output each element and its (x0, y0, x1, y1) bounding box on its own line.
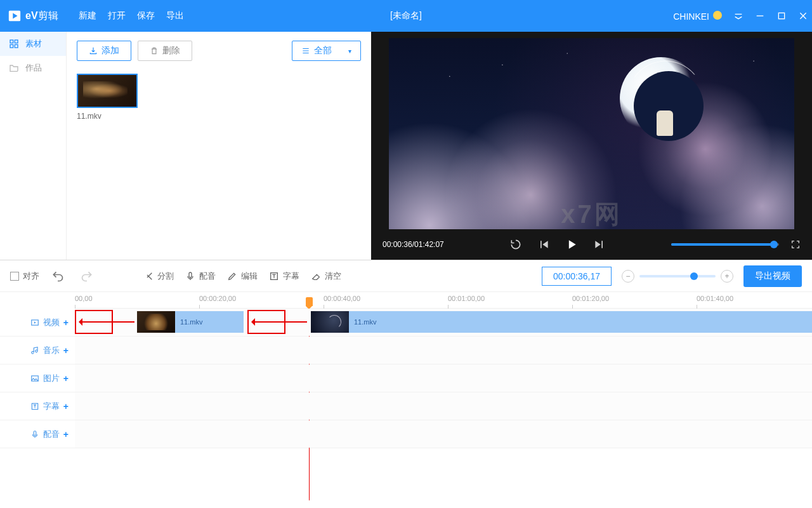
video-track-area[interactable]: 11.mkv 11.mkv 不留空白，前移。 前移实现无缝衔接 (75, 309, 812, 336)
timecode-input[interactable] (542, 267, 612, 286)
timeline-toolbar-right: − + 导出视频 (542, 265, 802, 287)
menu-open[interactable]: 打开 (108, 10, 126, 22)
annotation-arrow (80, 321, 134, 323)
grid-icon (9, 39, 19, 49)
align-label: 对齐 (23, 271, 39, 282)
sidebar-media-label: 素材 (25, 38, 42, 50)
media-thumbnail (77, 74, 138, 108)
preview-frame: x7网 (389, 38, 794, 229)
mic-icon (185, 271, 195, 281)
undo-icon (51, 270, 64, 283)
clip-thumbnail (137, 311, 175, 333)
watermark: x7网 (561, 197, 622, 229)
image-track: 图片+ (0, 364, 812, 392)
video-clip[interactable]: 11.mkv (137, 311, 244, 333)
add-button[interactable]: 添加 (77, 41, 131, 61)
subtitle-track: 字幕+ (0, 392, 812, 420)
svg-rect-4 (15, 44, 18, 48)
image-track-area[interactable] (75, 364, 812, 392)
edit-tool[interactable]: 编辑 (227, 271, 258, 282)
redo-button[interactable] (76, 265, 98, 287)
image-icon (30, 374, 39, 383)
split-tool[interactable]: 分割 (143, 271, 174, 282)
title-right: CHINKEI (673, 11, 808, 22)
user-name[interactable]: CHINKEI (673, 11, 722, 22)
music-track-head[interactable]: 音乐+ (0, 337, 75, 364)
chevron-down-icon: ▾ (348, 48, 351, 55)
volume-slider[interactable] (671, 243, 779, 246)
menu-save[interactable]: 保存 (137, 10, 155, 22)
svg-rect-2 (15, 40, 18, 43)
image-track-head[interactable]: 图片+ (0, 364, 75, 392)
menu-export[interactable]: 导出 (166, 10, 184, 22)
playhead-handle[interactable] (306, 297, 313, 306)
eraser-icon (311, 271, 321, 281)
video-icon (30, 318, 39, 327)
dub-track-head[interactable]: 配音+ (0, 420, 75, 448)
plus-icon[interactable]: + (63, 401, 69, 411)
ruler-mark: 00:01:00,00 (448, 295, 485, 302)
slider-thumb[interactable] (690, 272, 698, 280)
dropdown-icon[interactable] (733, 11, 743, 21)
close-icon[interactable] (798, 11, 808, 21)
media-grid: 11.mkv (77, 74, 361, 121)
plus-icon[interactable]: + (63, 429, 69, 439)
maximize-icon[interactable] (776, 11, 787, 21)
plus-icon[interactable]: + (63, 318, 69, 328)
clip-label: 11.mkv (180, 318, 202, 326)
checkbox-icon (10, 272, 19, 281)
slider-thumb[interactable] (770, 241, 778, 248)
dub-tool[interactable]: 配音 (185, 271, 216, 282)
zoom-control: − + (622, 270, 733, 283)
delete-button[interactable]: 删除 (138, 41, 192, 61)
document-title: [未命名] (390, 10, 422, 22)
prev-icon[interactable] (537, 238, 550, 251)
clip-label: 11.mkv (354, 318, 376, 326)
add-label: 添加 (102, 45, 119, 57)
redo-icon (81, 270, 93, 283)
subtitle-track-area[interactable] (75, 392, 812, 420)
preview-time: 00:00:36/01:42:07 (383, 240, 444, 249)
play-controls (444, 238, 671, 251)
zoom-slider[interactable] (639, 275, 716, 277)
timeline-toolbar: 对齐 分割 配音 编辑 字幕 清空 − + 导出视频 (0, 260, 812, 292)
zoom-out-button[interactable]: − (622, 270, 634, 283)
plus-icon[interactable]: + (63, 373, 69, 384)
clear-tool[interactable]: 清空 (311, 271, 341, 282)
svg-rect-0 (778, 13, 784, 18)
plus-icon[interactable]: + (63, 345, 69, 356)
preview-panel: x7网 00:00:36/01:42:07 (371, 32, 812, 260)
zoom-in-button[interactable]: + (721, 270, 733, 283)
ruler-mark: 00:01:40,00 (697, 295, 733, 302)
tracks: 视频+ 11.mkv 11.mkv 不留空白，前移。 前移实现无缝衔接 音乐+ … (0, 309, 812, 448)
menu-new[interactable]: 新建 (79, 10, 96, 22)
minimize-icon[interactable] (755, 11, 765, 21)
rewind-icon[interactable] (509, 238, 522, 251)
video-clip[interactable]: 11.mkv (311, 311, 812, 333)
music-icon (30, 346, 39, 355)
dub-track-area[interactable] (75, 420, 812, 448)
video-track: 视频+ 11.mkv 11.mkv 不留空白，前移。 前移实现无缝衔接 (0, 309, 812, 337)
pencil-icon (227, 271, 237, 281)
media-item[interactable]: 11.mkv (77, 74, 138, 121)
text-icon (269, 271, 279, 281)
sidebar-works-label: 作品 (25, 62, 42, 74)
time-ruler[interactable]: 00,00 00:00:20,00 00:00:40,00 00:01:00,0… (75, 292, 812, 309)
sidebar-item-media[interactable]: 素材 (0, 32, 66, 56)
media-toolbar: 添加 删除 全部 ▾ (77, 41, 361, 61)
play-logo-icon (8, 9, 22, 23)
sidebar-item-works[interactable]: 作品 (0, 56, 66, 80)
clip-thumbnail (311, 311, 349, 333)
play-icon[interactable] (565, 238, 578, 251)
align-checkbox[interactable]: 对齐 (10, 271, 39, 282)
video-track-head[interactable]: 视频+ (0, 309, 75, 336)
export-video-button[interactable]: 导出视频 (743, 265, 802, 287)
music-track-area[interactable] (75, 337, 812, 364)
next-icon[interactable] (593, 238, 606, 251)
fullscreen-icon[interactable] (790, 239, 801, 250)
title-bar: eV剪辑 新建 打开 保存 导出 [未命名] CHINKEI (0, 0, 812, 32)
undo-button[interactable] (47, 265, 69, 287)
subtitle-tool[interactable]: 字幕 (269, 271, 299, 282)
subtitle-track-head[interactable]: 字幕+ (0, 392, 75, 420)
filter-button[interactable]: 全部 ▾ (292, 41, 361, 61)
